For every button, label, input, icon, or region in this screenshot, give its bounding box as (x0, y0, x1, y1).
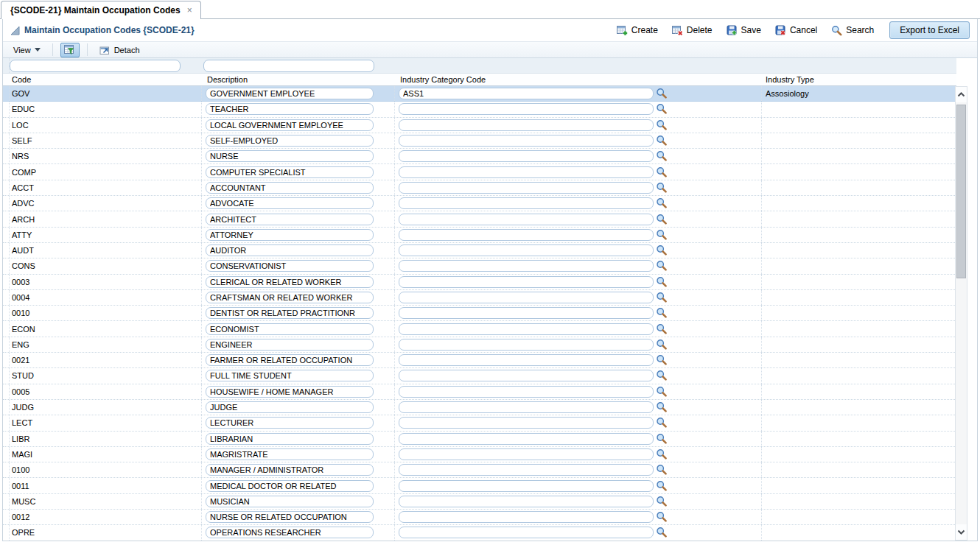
tab-maintain-occupation-codes[interactable]: {SCODE-21} Maintain Occupation Codes × (1, 1, 201, 19)
description-input[interactable] (206, 244, 374, 256)
table-row[interactable]: 0004 (3, 290, 956, 306)
table-row[interactable]: GOV Assosiology (3, 86, 956, 102)
industry-category-input[interactable] (399, 244, 654, 256)
table-row[interactable]: 0010 (3, 306, 956, 321)
code-cell[interactable]: 0004 (10, 290, 202, 305)
lookup-magnifier-icon[interactable] (656, 386, 668, 398)
industry-category-input[interactable] (399, 103, 654, 115)
code-cell[interactable]: AUDT (10, 243, 202, 258)
description-input[interactable] (206, 166, 374, 178)
scroll-down-button[interactable] (956, 524, 967, 540)
industry-category-input[interactable] (399, 182, 654, 194)
industry-category-input[interactable] (399, 370, 654, 381)
description-input[interactable] (206, 292, 374, 303)
description-input[interactable] (206, 214, 374, 225)
code-cell[interactable]: EDUC (10, 102, 202, 116)
industry-category-input[interactable] (399, 214, 654, 225)
description-input[interactable] (206, 276, 374, 288)
create-button[interactable]: Create (615, 24, 659, 38)
description-input[interactable] (206, 88, 374, 99)
code-cell[interactable]: ATTY (10, 228, 202, 242)
search-button[interactable]: Search (830, 24, 875, 38)
industry-category-input[interactable] (399, 433, 654, 445)
table-row[interactable]: 0011 (3, 478, 956, 493)
industry-category-input[interactable] (399, 276, 654, 288)
code-cell[interactable]: 0100 (10, 462, 202, 477)
table-row[interactable]: AUDT (3, 243, 956, 258)
industry-category-input[interactable] (399, 401, 654, 413)
industry-category-input[interactable] (399, 260, 654, 272)
table-row[interactable]: ATTY (3, 228, 956, 243)
lookup-magnifier-icon[interactable] (656, 307, 668, 319)
lookup-magnifier-icon[interactable] (656, 103, 668, 115)
description-input[interactable] (206, 370, 374, 381)
lookup-magnifier-icon[interactable] (656, 88, 668, 99)
table-row[interactable]: CONS (3, 258, 956, 274)
industry-category-input[interactable] (399, 323, 654, 335)
disclosure-triangle-icon[interactable] (10, 26, 20, 35)
industry-category-input[interactable] (399, 448, 654, 460)
code-cell[interactable]: GOV (10, 86, 202, 101)
description-input[interactable] (206, 386, 374, 398)
view-menu-button[interactable]: View (9, 44, 45, 56)
lookup-magnifier-icon[interactable] (656, 496, 668, 507)
code-cell[interactable]: OPRE (10, 525, 202, 540)
description-input[interactable] (206, 182, 374, 194)
code-cell[interactable]: ADVC (10, 196, 202, 211)
table-row[interactable]: LECT (3, 415, 956, 431)
lookup-magnifier-icon[interactable] (656, 354, 668, 366)
vertical-scrollbar[interactable] (955, 86, 967, 541)
lookup-magnifier-icon[interactable] (656, 339, 668, 351)
export-to-excel-button[interactable]: Export to Excel (889, 21, 970, 39)
scroll-up-button[interactable] (956, 87, 967, 102)
industry-category-input[interactable] (399, 354, 654, 366)
description-input[interactable] (206, 119, 374, 131)
lookup-magnifier-icon[interactable] (656, 166, 668, 178)
industry-category-input[interactable] (399, 88, 654, 99)
table-row[interactable]: ACCT (3, 180, 956, 196)
column-header-industry-category-code[interactable]: Industry Category Code (395, 74, 762, 85)
code-cell[interactable]: LOC (10, 118, 202, 133)
description-input[interactable] (206, 307, 374, 319)
description-input[interactable] (206, 448, 374, 460)
lookup-magnifier-icon[interactable] (656, 401, 668, 413)
industry-category-input[interactable] (399, 527, 654, 538)
column-header-description[interactable]: Description (202, 74, 395, 85)
close-icon[interactable]: × (186, 6, 193, 15)
industry-category-input[interactable] (399, 166, 654, 178)
description-input[interactable] (206, 433, 374, 445)
description-input[interactable] (206, 464, 374, 476)
table-row[interactable]: OPRE (3, 525, 956, 541)
description-input[interactable] (206, 496, 374, 507)
table-row[interactable]: 0021 (3, 353, 956, 368)
table-row[interactable]: ARCH (3, 211, 956, 227)
industry-category-input[interactable] (399, 511, 654, 523)
description-input[interactable] (206, 260, 374, 272)
table-row[interactable]: 0003 (3, 275, 956, 290)
lookup-magnifier-icon[interactable] (656, 135, 668, 147)
code-cell[interactable]: ARCH (10, 211, 202, 226)
code-cell[interactable]: CONS (10, 258, 202, 273)
industry-category-input[interactable] (399, 150, 654, 162)
description-input[interactable] (206, 103, 374, 115)
description-input[interactable] (206, 197, 374, 209)
code-cell[interactable]: 0010 (10, 306, 202, 320)
table-row[interactable]: SELF (3, 133, 956, 149)
industry-category-input[interactable] (399, 292, 654, 303)
code-cell[interactable]: ACCT (10, 180, 202, 195)
table-row[interactable]: JUDG (3, 400, 956, 415)
delete-button[interactable]: Delete (671, 24, 714, 38)
description-input[interactable] (206, 527, 374, 538)
description-input[interactable] (206, 229, 374, 241)
table-row[interactable]: ADVC (3, 196, 956, 211)
industry-category-input[interactable] (399, 135, 654, 147)
lookup-magnifier-icon[interactable] (656, 244, 668, 256)
industry-category-input[interactable] (399, 339, 654, 351)
code-cell[interactable]: JUDG (10, 400, 202, 415)
code-cell[interactable]: ECON (10, 321, 202, 336)
description-input[interactable] (206, 339, 374, 351)
code-cell[interactable]: LIBR (10, 432, 202, 446)
lookup-magnifier-icon[interactable] (656, 527, 668, 538)
lookup-magnifier-icon[interactable] (656, 433, 668, 445)
industry-category-input[interactable] (399, 229, 654, 241)
